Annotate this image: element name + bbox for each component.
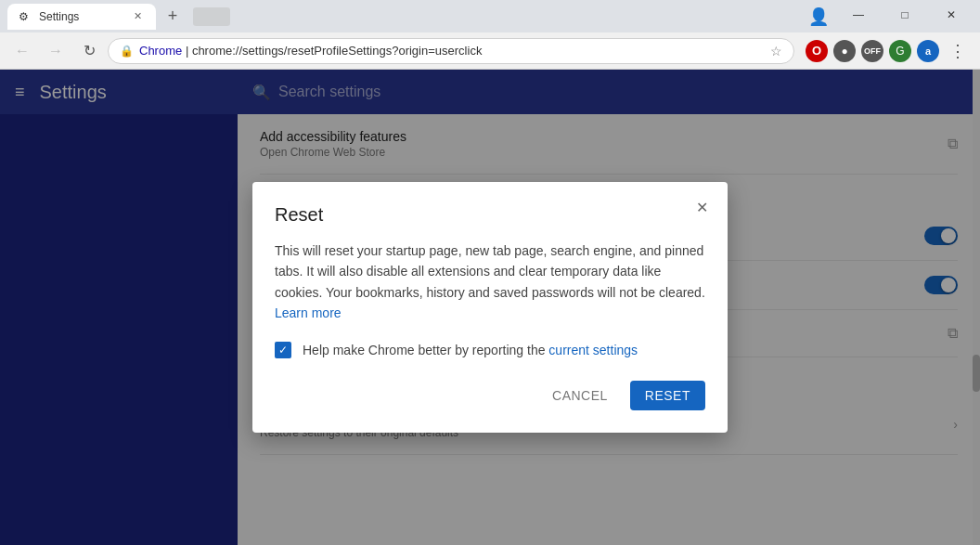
refresh-button[interactable]: ↻ xyxy=(74,36,104,66)
tab-title-label: Settings xyxy=(39,10,122,23)
dialog-body: This will reset your startup page, new t… xyxy=(275,240,705,324)
opera-extension-icon[interactable]: O xyxy=(806,40,828,62)
extension-blue-icon[interactable]: a xyxy=(917,40,939,62)
extension-green-icon[interactable]: G xyxy=(889,40,911,62)
reset-dialog: Reset ✕ This will reset your startup pag… xyxy=(252,182,728,434)
url-chrome-label: Chrome xyxy=(139,44,182,58)
checkbox-label-pre: Help make Chrome better by reporting the xyxy=(303,343,545,357)
tab-close-button[interactable]: ✕ xyxy=(130,9,145,24)
address-bar: ← → ↻ 🔒 Chrome | chrome://settings/reset… xyxy=(0,32,980,70)
url-full-text: chrome://settings/resetProfileSettings?o… xyxy=(192,44,483,58)
profile-button[interactable]: 👤 xyxy=(804,2,833,32)
extension-off-icon[interactable]: OFF xyxy=(861,40,883,62)
modal-overlay: Reset ✕ This will reset your startup pag… xyxy=(0,70,980,545)
chrome-menu-button[interactable]: ⋮ xyxy=(943,36,973,66)
reporting-checkbox[interactable]: ✓ xyxy=(275,342,291,358)
checkbox-check-icon: ✓ xyxy=(278,344,288,357)
learn-more-link[interactable]: Learn more xyxy=(275,305,342,320)
url-bar[interactable]: 🔒 Chrome | chrome://settings/resetProfil… xyxy=(108,38,794,64)
close-button[interactable]: ✕ xyxy=(930,2,973,28)
bookmark-star-icon[interactable]: ☆ xyxy=(770,44,782,58)
url-text: Chrome | chrome://settings/resetProfileS… xyxy=(139,44,482,58)
browser-tab[interactable]: ⚙ Settings ✕ xyxy=(7,4,156,30)
maximize-button[interactable]: □ xyxy=(883,2,926,28)
dialog-actions: CANCEL RESET xyxy=(275,381,705,410)
title-bar: ⚙ Settings ✕ + 👤 — □ ✕ xyxy=(0,0,980,32)
minimize-button[interactable]: — xyxy=(837,2,880,28)
dialog-body-text: This will reset your startup page, new t… xyxy=(275,243,705,300)
extension-icon-1[interactable]: ● xyxy=(833,40,856,62)
forward-button[interactable]: → xyxy=(41,36,71,66)
current-settings-link[interactable]: current settings xyxy=(548,343,638,357)
cancel-button[interactable]: CANCEL xyxy=(537,381,623,410)
back-button[interactable]: ← xyxy=(7,36,37,66)
new-tab-button[interactable]: + xyxy=(160,4,186,30)
dialog-title: Reset xyxy=(275,204,705,226)
lock-icon: 🔒 xyxy=(120,45,134,58)
url-separator: | xyxy=(186,44,192,58)
page-content: ≡ Settings 🔍 Add accessibility features xyxy=(0,70,980,545)
tab-favicon-icon: ⚙ xyxy=(19,10,32,23)
dialog-close-button[interactable]: ✕ xyxy=(690,197,713,219)
dialog-checkbox-row: ✓ Help make Chrome better by reporting t… xyxy=(275,342,705,358)
toolbar-extensions: O ● OFF G a xyxy=(806,40,939,62)
checkbox-label: Help make Chrome better by reporting the… xyxy=(303,343,638,357)
browser-window: ⚙ Settings ✕ + 👤 — □ ✕ ← → ↻ 🔒 Chrome | … xyxy=(0,0,980,545)
window-controls: 👤 — □ ✕ xyxy=(804,2,973,32)
reset-button[interactable]: RESET xyxy=(630,381,705,410)
